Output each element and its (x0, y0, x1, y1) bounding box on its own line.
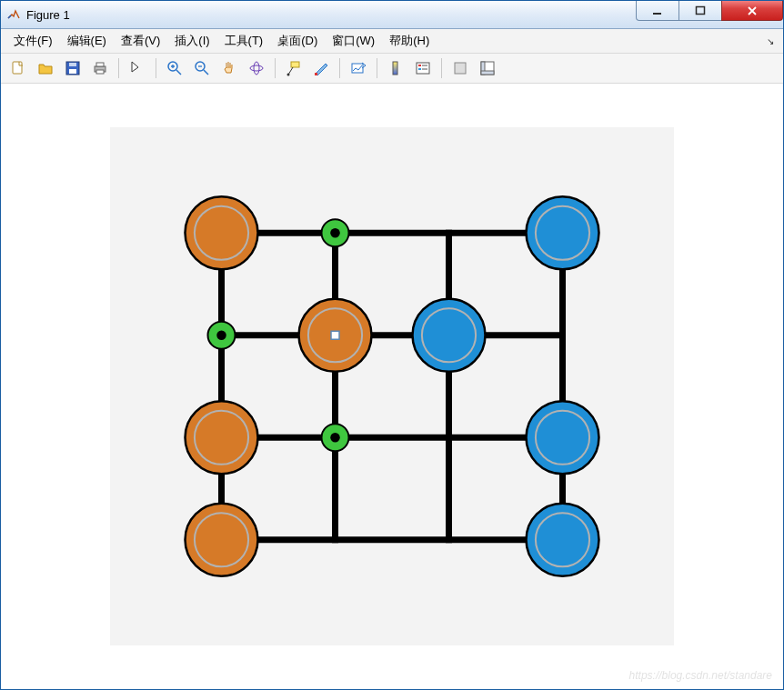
graph-node (527, 504, 599, 576)
toolbar-separator (339, 58, 340, 78)
svg-point-34 (186, 401, 258, 474)
rotate-3d-button[interactable] (245, 56, 268, 80)
menu-window[interactable]: 窗口(W) (325, 30, 382, 52)
close-button[interactable] (721, 1, 783, 21)
toolbar-separator (441, 58, 442, 78)
svg-point-43 (330, 228, 340, 238)
svg-point-14 (287, 74, 290, 76)
hide-plot-tools-button[interactable] (448, 56, 472, 80)
svg-rect-7 (96, 63, 104, 66)
svg-rect-4 (69, 69, 76, 74)
matlab-icon (6, 7, 21, 22)
menu-desktop[interactable]: 桌面(D) (270, 30, 325, 52)
graph-small-node (322, 219, 349, 246)
edit-plot-button[interactable] (126, 56, 149, 80)
legend-button[interactable] (411, 56, 435, 80)
svg-rect-13 (291, 62, 299, 67)
svg-rect-8 (96, 70, 104, 74)
svg-point-12 (254, 62, 259, 75)
print-button[interactable] (88, 56, 112, 80)
window-controls (637, 1, 783, 28)
open-button[interactable] (34, 56, 57, 80)
svg-point-47 (330, 433, 340, 443)
zoom-in-button[interactable] (163, 56, 186, 80)
svg-point-45 (216, 331, 226, 341)
svg-point-26 (186, 196, 258, 269)
svg-point-38 (186, 504, 258, 576)
svg-rect-24 (481, 71, 494, 75)
title-bar: Figure 1 (1, 1, 783, 29)
colorbar-button[interactable] (384, 56, 407, 80)
svg-rect-2 (13, 62, 22, 74)
graph-node (299, 299, 372, 372)
svg-point-40 (527, 504, 599, 576)
svg-point-32 (413, 299, 486, 372)
toolbar-separator (377, 58, 377, 78)
menu-insert[interactable]: 插入(I) (167, 30, 216, 52)
menu-tools[interactable]: 工具(T) (217, 30, 271, 52)
figure-window: Figure 1 文件(F) 编辑(E) 查看(V) 插入(I) 工具(T) 桌… (0, 0, 784, 690)
toolbar-separator (275, 58, 276, 78)
graph-node (527, 401, 599, 474)
menu-edit[interactable]: 编辑(E) (60, 30, 114, 52)
minimize-button[interactable] (636, 1, 679, 21)
axes[interactable] (110, 127, 674, 645)
link-data-button[interactable] (347, 56, 370, 80)
menu-view[interactable]: 查看(V) (114, 30, 167, 52)
toolbar-separator (156, 58, 156, 78)
show-plot-tools-button[interactable] (476, 56, 499, 80)
save-button[interactable] (61, 56, 85, 80)
graph-node (527, 196, 599, 269)
pan-button[interactable] (217, 56, 241, 80)
graph-node (186, 196, 258, 269)
new-figure-button[interactable] (6, 56, 30, 80)
svg-rect-1 (697, 6, 705, 14)
svg-rect-20 (418, 68, 421, 70)
graph-small-node (322, 424, 349, 451)
graph-node (186, 401, 258, 474)
menu-help[interactable]: 帮助(H) (382, 30, 437, 52)
svg-rect-21 (455, 63, 466, 74)
menu-bar: 文件(F) 编辑(E) 查看(V) 插入(I) 工具(T) 桌面(D) 窗口(W… (1, 29, 783, 54)
window-title: Figure 1 (26, 8, 70, 22)
svg-rect-25 (110, 127, 674, 645)
toolbar-separator (118, 58, 119, 78)
svg-rect-5 (69, 63, 76, 66)
graph-node (186, 504, 258, 576)
svg-rect-16 (352, 64, 363, 73)
svg-rect-0 (653, 13, 661, 15)
brush-button[interactable] (309, 56, 333, 80)
svg-point-36 (527, 401, 599, 474)
selected-marker-icon (331, 331, 339, 339)
svg-point-11 (250, 65, 263, 71)
dock-arrow-icon[interactable]: ↘ (767, 36, 774, 46)
graph-small-node (208, 322, 236, 349)
zoom-out-button[interactable] (190, 56, 214, 80)
maximize-button[interactable] (678, 1, 722, 21)
graph-node (413, 299, 486, 372)
data-cursor-button[interactable] (282, 56, 306, 80)
menu-file[interactable]: 文件(F) (6, 30, 60, 52)
toolbar (1, 54, 783, 84)
svg-point-28 (527, 196, 599, 269)
svg-rect-15 (315, 73, 317, 75)
svg-rect-17 (393, 62, 397, 75)
figure-canvas[interactable] (1, 84, 783, 689)
svg-rect-19 (418, 65, 421, 66)
